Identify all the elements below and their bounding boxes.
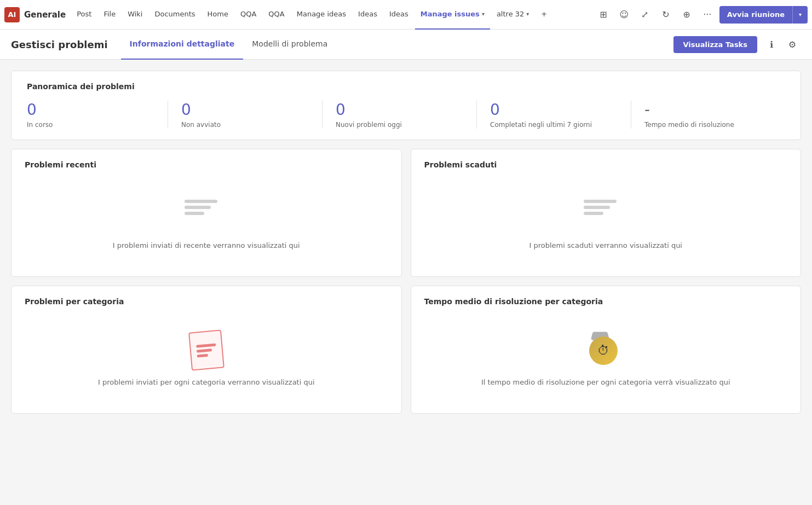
nav-qqa2[interactable]: QQA <box>263 0 290 30</box>
card-recent-empty: I problemi inviati di recente verranno v… <box>25 178 388 265</box>
card-problemi-categoria: Problemi per categoria I problemi inviat… <box>11 286 402 414</box>
top-nav: AI Generale Post File Wiki Documents Hom… <box>0 0 812 30</box>
stat-nuovi-oggi-label: Nuovi problemi oggi <box>336 121 463 129</box>
clock-face-icon: ⏱ <box>597 344 609 357</box>
expired-doc-line-2 <box>584 206 610 209</box>
avvia-riunione-button[interactable]: Avvia riunione ▾ <box>719 6 808 24</box>
app-logo: AI <box>4 7 20 22</box>
skewed-doc-lines <box>196 343 217 357</box>
card-avg-time: Tempo medio di risoluzione per categoria… <box>411 286 802 414</box>
doc-line-1 <box>185 200 217 203</box>
tab-modelli-di-problema[interactable]: Modelli di problema <box>243 30 336 60</box>
nav-right-actions: ⊞ ☺ ⤢ ↻ ⊕ ··· Avvia riunione ▾ <box>595 6 808 24</box>
stat-tempo-medio-label: Tempo medio di risoluzione <box>644 121 772 129</box>
nav-apps-icon[interactable]: ⊞ <box>595 6 612 24</box>
stat-completati-value: 0 <box>490 101 618 119</box>
nav-file[interactable]: File <box>98 0 121 30</box>
stat-completati: 0 Completati negli ultimi 7 giorni <box>477 101 631 129</box>
nav-expand-icon[interactable]: ⤢ <box>636 6 654 24</box>
avg-time-illustration: ⏱ <box>586 331 625 369</box>
card-problemi-scaduti: Problemi scaduti I problemi scaduti verr… <box>411 149 802 277</box>
card-avg-time-empty: ⏱ Il tempo medio di risoluzione per ogni… <box>424 315 788 402</box>
nav-ideas2[interactable]: Ideas <box>384 0 414 30</box>
cards-row-1: Problemi recenti I problemi inviati di r… <box>11 149 801 277</box>
nav-globe-icon[interactable]: ⊕ <box>678 6 695 24</box>
recent-doc-lines <box>185 194 228 215</box>
nav-chat-icon[interactable]: ☺ <box>615 6 633 24</box>
clock-circle: ⏱ <box>589 336 618 365</box>
nav-ideas1[interactable]: Ideas <box>353 0 383 30</box>
app-name: Generale <box>24 10 66 20</box>
stat-non-avviato: 0 Non avviato <box>168 101 323 129</box>
stat-nuovi-oggi-value: 0 <box>336 101 463 119</box>
stat-in-corso: 0 In corso <box>27 101 168 129</box>
card-avg-time-title: Tempo medio di risoluzione per categoria <box>424 297 788 306</box>
avvia-riunione-label[interactable]: Avvia riunione <box>719 6 792 24</box>
skewed-line-2 <box>197 348 212 352</box>
nav-documents[interactable]: Documents <box>149 0 200 30</box>
expired-empty-illustration <box>584 194 627 233</box>
card-category-empty: I problemi inviati per ogni categoria ve… <box>25 315 388 402</box>
card-category-title: Problemi per categoria <box>25 297 388 306</box>
card-expired-title: Problemi scaduti <box>424 160 788 169</box>
expired-doc-line-1 <box>584 200 617 203</box>
card-avg-time-empty-text: Il tempo medio di risoluzione per ogni c… <box>481 378 730 386</box>
stat-in-corso-label: In corso <box>27 121 154 129</box>
doc-line-2 <box>185 206 211 209</box>
card-problemi-recenti: Problemi recenti I problemi inviati di r… <box>11 149 402 277</box>
altre-arrow-icon: ▾ <box>526 11 529 17</box>
nav-wiki[interactable]: Wiki <box>122 0 148 30</box>
stat-in-corso-value: 0 <box>27 101 154 119</box>
stat-completati-label: Completati negli ultimi 7 giorni <box>490 121 618 129</box>
nav-manage-ideas[interactable]: Manage ideas <box>291 0 352 30</box>
card-recent-title: Problemi recenti <box>25 160 388 169</box>
visualizza-tasks-button[interactable]: Visualizza Tasks <box>673 36 757 53</box>
settings-icon[interactable]: ⚙ <box>784 36 801 53</box>
expired-doc-line-3 <box>584 212 603 215</box>
card-recent-empty-text: I problemi inviati di recente verranno v… <box>113 241 300 249</box>
card-expired-empty-text: I problemi scaduti verranno visualizzati… <box>529 241 682 249</box>
cards-row-2: Problemi per categoria I problemi inviat… <box>11 286 801 414</box>
stat-non-avviato-value: 0 <box>181 101 309 119</box>
nav-manage-issues[interactable]: Manage issues ▾ <box>415 0 490 30</box>
panoramica-card: Panoramica dei problemi 0 In corso 0 Non… <box>11 71 801 140</box>
skewed-line-1 <box>196 343 216 347</box>
page-title: Gestisci problemi <box>11 39 108 50</box>
sub-header: Gestisci problemi Informazioni dettaglia… <box>0 30 812 60</box>
stat-non-avviato-label: Non avviato <box>181 121 309 129</box>
main-content: Panoramica dei problemi 0 In corso 0 Non… <box>0 60 812 505</box>
nav-post[interactable]: Post <box>71 0 97 30</box>
stat-tempo-medio: - Tempo medio di risoluzione <box>631 101 785 129</box>
tab-informazioni-dettagliate[interactable]: Informazioni dettagliate <box>121 30 244 60</box>
nav-home[interactable]: Home <box>202 0 234 30</box>
category-empty-illustration <box>188 329 224 370</box>
panoramica-title: Panoramica dei problemi <box>27 82 785 91</box>
nav-altre[interactable]: altre 32 ▾ <box>491 0 534 30</box>
sub-header-icons: ℹ ⚙ <box>763 36 801 53</box>
stat-tempo-medio-value: - <box>644 101 772 119</box>
nav-refresh-icon[interactable]: ↻ <box>657 6 675 24</box>
expired-doc-lines <box>584 194 627 215</box>
doc-line-3 <box>185 212 204 215</box>
manage-issues-arrow-icon: ▾ <box>482 11 485 17</box>
nav-add[interactable]: + <box>535 0 552 30</box>
nav-qqa1[interactable]: QQA <box>235 0 262 30</box>
card-category-empty-text: I problemi inviati per ogni categoria ve… <box>98 378 315 386</box>
avvia-riunione-arrow-icon[interactable]: ▾ <box>792 6 808 24</box>
recent-empty-illustration <box>185 194 228 233</box>
card-expired-empty: I problemi scaduti verranno visualizzati… <box>424 178 788 265</box>
skewed-line-3 <box>197 353 208 357</box>
info-icon[interactable]: ℹ <box>763 36 780 53</box>
nav-more-icon[interactable]: ··· <box>699 6 716 24</box>
stat-nuovi-oggi: 0 Nuovi problemi oggi <box>323 101 477 129</box>
panoramica-stats: 0 In corso 0 Non avviato 0 Nuovi problem… <box>27 101 785 129</box>
